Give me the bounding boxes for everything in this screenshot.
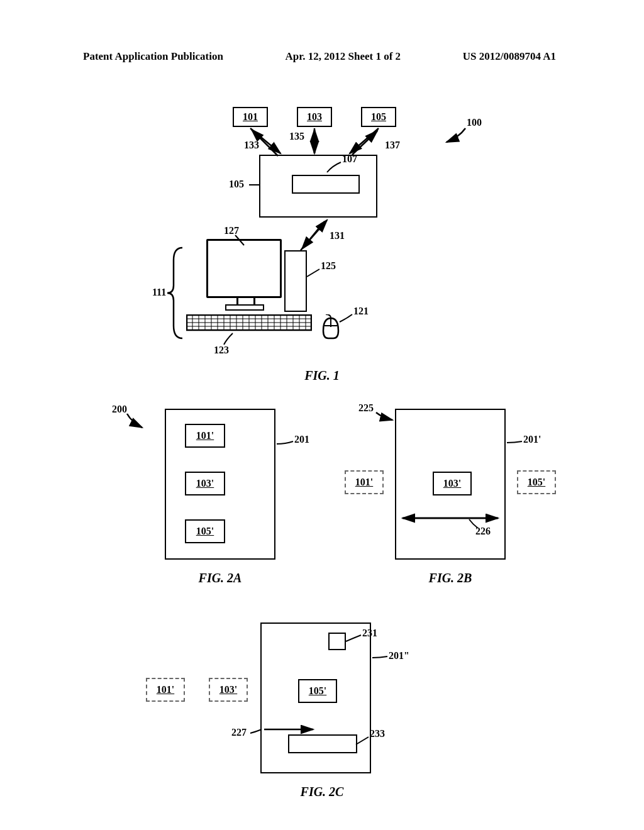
tower-125 [284, 250, 307, 312]
ref-201pp: 201" [389, 650, 409, 661]
device-box [259, 155, 377, 218]
ref-100: 100 [467, 117, 482, 128]
fig1-caption: FIG. 1 [0, 368, 644, 383]
fig2b-103p: 103' [433, 472, 472, 495]
svg-line-33 [302, 221, 325, 249]
fig2a-panel: 101' 103' 105' [165, 409, 275, 560]
label-105p-c: 105' [309, 685, 326, 697]
svg-line-35 [307, 269, 319, 277]
fig2b-101p: 101' [345, 470, 384, 494]
mouse-121 [322, 314, 340, 342]
fig2b-caption: FIG. 2B [395, 571, 506, 585]
box-101: 101 [233, 107, 268, 127]
fig2c-103p: 103' [209, 678, 248, 702]
ref-225: 225 [358, 402, 374, 414]
monitor-127 [206, 239, 282, 314]
ref-133: 133 [244, 140, 259, 151]
slot-107 [292, 175, 360, 194]
ref-121: 121 [353, 306, 369, 317]
ref-111: 111 [152, 287, 166, 298]
ref-233: 233 [370, 728, 385, 739]
fig2b-105p: 105' [517, 470, 556, 494]
page: Patent Application Publication Apr. 12, … [0, 0, 644, 830]
label-101p-b: 101' [355, 477, 373, 488]
slot-233 [288, 734, 357, 753]
label-101: 101 [243, 111, 258, 123]
ref-201: 201 [294, 434, 309, 445]
label-103p-a: 103' [196, 478, 214, 489]
ref-127: 127 [224, 225, 239, 236]
fig2c-panel: 105' [260, 622, 371, 773]
fig2a-101p: 101' [185, 424, 225, 448]
label-105p-b: 105' [528, 477, 545, 488]
ref-226: 226 [475, 526, 491, 537]
page-header: Patent Application Publication Apr. 12, … [0, 50, 644, 63]
ref-201p: 201' [523, 434, 541, 445]
ref-231: 231 [362, 628, 377, 639]
header-center: Apr. 12, 2012 Sheet 1 of 2 [286, 50, 401, 63]
ref-123: 123 [214, 345, 229, 356]
header-right: US 2012/0089704 A1 [463, 50, 556, 63]
fig2a-103p: 103' [185, 472, 225, 495]
label-103: 103 [307, 111, 322, 123]
label-101p-a: 101' [196, 430, 214, 441]
ref-227: 227 [231, 727, 247, 738]
label-103p-b: 103' [443, 478, 461, 489]
label-105p-a: 105' [196, 526, 214, 537]
svg-line-32 [301, 220, 327, 250]
svg-line-29 [350, 128, 379, 153]
header-left: Patent Application Publication [83, 50, 223, 63]
fig2c-105p: 105' [298, 679, 337, 703]
label-105: 105 [371, 111, 386, 123]
fig2c-caption: FIG. 2C [0, 785, 644, 799]
ref-131: 131 [330, 230, 345, 241]
box-103: 103 [297, 107, 332, 127]
ref-200: 200 [112, 404, 127, 415]
ref-125: 125 [321, 260, 336, 272]
fig2a-105p: 105' [185, 519, 225, 543]
label-103p-c: 103' [219, 684, 237, 695]
fig2b-panel: 103' [395, 409, 506, 560]
fig2c-101p: 101' [146, 678, 185, 702]
ref-135: 135 [289, 131, 304, 142]
keyboard-123 [186, 314, 312, 335]
ref-137: 137 [385, 140, 400, 151]
box-231 [328, 633, 346, 650]
svg-line-30 [352, 131, 377, 155]
label-101p-c: 101' [157, 684, 174, 695]
ref-107: 107 [342, 153, 357, 165]
fig2a-caption: FIG. 2A [165, 571, 275, 585]
box-105: 105 [361, 107, 396, 127]
ref-105-side: 105 [229, 179, 244, 190]
